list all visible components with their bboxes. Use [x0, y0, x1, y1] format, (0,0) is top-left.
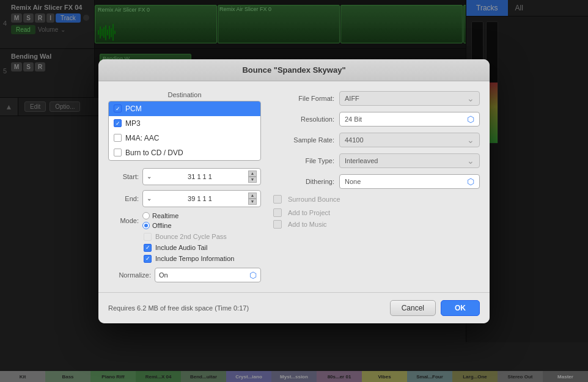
left-section: Destination PCM MP3 M4A: AAC [108, 91, 261, 282]
bounce-2nd-row: Bounce 2nd Cycle Pass [144, 233, 261, 241]
dest-pcm-checkbox[interactable] [114, 105, 122, 112]
file-type-arrow: ⌄ [467, 156, 474, 166]
end-input[interactable]: ⌄ 39 1 1 1 ▲ ▼ [142, 190, 261, 207]
bounce-modal: Bounce "Spandex Skyway" Destination PCM [98, 59, 490, 323]
start-up[interactable]: ▲ [248, 171, 257, 177]
dithering-value: None [345, 178, 361, 185]
file-format-label: File Format: [273, 95, 334, 102]
tempo-info-label: Include Tempo Information [155, 255, 234, 262]
audio-tail-label: Include Audio Tail [155, 244, 207, 251]
file-type-value-box: Interleaved ⌄ [339, 153, 480, 168]
dest-mp3[interactable]: MP3 [109, 116, 260, 131]
end-down[interactable]: ▼ [248, 199, 257, 205]
add-to-music-checkbox[interactable] [273, 220, 282, 229]
resolution-value-box[interactable]: 24 Bit ⬡ [339, 112, 480, 127]
normalize-select[interactable]: On ⬡ [155, 268, 261, 282]
start-value: 31 1 1 1 [188, 173, 212, 180]
start-stepper[interactable]: ▲ ▼ [248, 171, 257, 183]
add-to-music-row: Add to Music [273, 220, 480, 229]
end-value: 39 1 1 1 [188, 195, 212, 202]
mode-offline-radio[interactable] [142, 222, 150, 229]
tempo-info-checkbox[interactable] [144, 255, 152, 263]
sample-rate-value: 44100 [345, 136, 364, 144]
modal-overlay: Bounce "Spandex Skyway" Destination PCM [0, 0, 588, 382]
mode-realtime-label: Realtime [152, 212, 178, 219]
dithering-row: Dithering: None ⬡ [273, 174, 480, 189]
add-to-project-label: Add to Project [288, 209, 330, 216]
bounce-2nd-label: Bounce 2nd Cycle Pass [155, 233, 227, 240]
normalize-row: Normalize: On ⬡ [108, 268, 261, 282]
start-arrow-down: ⌄ [147, 173, 152, 180]
add-to-project-row: Add to Project [273, 208, 480, 217]
modal-title: Bounce "Spandex Skyway" [242, 65, 345, 75]
resolution-value: 24 Bit [345, 116, 362, 123]
sample-rate-value-box: 44100 ⌄ [339, 133, 480, 147]
resolution-arrow: ⬡ [467, 114, 474, 124]
bounce-2nd-checkbox[interactable] [144, 233, 152, 241]
dest-cd-label: Burn to CD / DVD [125, 149, 183, 157]
start-row: Start: ⌄ 31 1 1 1 ▲ ▼ [108, 168, 261, 185]
end-stepper[interactable]: ▲ ▼ [248, 193, 257, 205]
file-format-row: File Format: AIFF ⌄ [273, 91, 480, 106]
normalize-arrow: ⬡ [249, 270, 257, 280]
end-arrow-down: ⌄ [147, 195, 152, 202]
surround-bounce-row: Surround Bounce [273, 195, 480, 204]
end-label: End: [108, 195, 139, 202]
right-section: File Format: AIFF ⌄ Resolution: 24 Bit ⬡ [273, 91, 480, 282]
file-format-value-box: AIFF ⌄ [339, 91, 480, 106]
start-input[interactable]: ⌄ 31 1 1 1 ▲ ▼ [142, 168, 261, 185]
tempo-info-row: Include Tempo Information [144, 255, 261, 263]
dest-m4a-label: M4A: AAC [125, 134, 159, 142]
dithering-value-box[interactable]: None ⬡ [339, 174, 480, 189]
cancel-button[interactable]: Cancel [390, 300, 436, 316]
start-label: Start: [108, 173, 139, 180]
dithering-arrow: ⬡ [467, 177, 474, 186]
footer-info: Requires 6.2 MB of free disk space (Time… [108, 304, 249, 312]
audio-tail-checkbox[interactable] [144, 244, 152, 252]
dithering-label: Dithering: [273, 178, 334, 185]
normalize-label: Normalize: [108, 271, 151, 279]
mode-offline-label: Offline [152, 222, 172, 229]
modal-body: Destination PCM MP3 M4A: AAC [98, 81, 490, 292]
add-to-music-label: Add to Music [288, 221, 327, 228]
mode-row: Mode: Realtime Offline [108, 212, 261, 229]
dest-pcm[interactable]: PCM [109, 101, 260, 116]
mode-options: Realtime Offline [142, 212, 178, 229]
file-type-row: File Type: Interleaved ⌄ [273, 153, 480, 168]
sample-rate-row: Sample Rate: 44100 ⌄ [273, 133, 480, 147]
sample-rate-arrow: ⌄ [467, 135, 474, 145]
mode-realtime-radio[interactable] [142, 212, 150, 219]
dest-mp3-checkbox[interactable] [114, 119, 122, 127]
normalize-value: On [159, 271, 168, 279]
mode-realtime-option[interactable]: Realtime [142, 212, 178, 219]
surround-bounce-label: Surround Bounce [288, 196, 340, 203]
resolution-label: Resolution: [273, 116, 334, 123]
dest-pcm-label: PCM [125, 105, 142, 113]
end-up[interactable]: ▲ [248, 193, 257, 199]
footer-buttons: Cancel OK [390, 300, 480, 316]
dest-mp3-label: MP3 [125, 119, 141, 128]
destination-label: Destination [108, 91, 261, 98]
mode-label: Mode: [108, 217, 139, 224]
modal-titlebar: Bounce "Spandex Skyway" [98, 59, 490, 81]
dest-cd[interactable]: Burn to CD / DVD [109, 145, 260, 160]
destination-list: PCM MP3 M4A: AAC Burn to C [108, 101, 261, 161]
file-type-label: File Type: [273, 157, 334, 164]
start-down[interactable]: ▼ [248, 177, 257, 183]
sample-rate-label: Sample Rate: [273, 136, 334, 144]
modal-footer: Requires 6.2 MB of free disk space (Time… [98, 292, 490, 323]
file-format-arrow: ⌄ [467, 94, 474, 103]
dest-m4a-checkbox[interactable] [114, 134, 122, 142]
dest-m4a[interactable]: M4A: AAC [109, 131, 260, 145]
surround-bounce-checkbox[interactable] [273, 195, 282, 204]
add-to-project-checkbox[interactable] [273, 208, 282, 217]
file-type-value: Interleaved [345, 157, 378, 164]
dest-cd-checkbox[interactable] [114, 149, 122, 156]
ok-button[interactable]: OK [441, 300, 480, 316]
file-format-value: AIFF [345, 95, 359, 102]
audio-tail-row: Include Audio Tail [144, 244, 261, 252]
resolution-row: Resolution: 24 Bit ⬡ [273, 112, 480, 127]
end-row: End: ⌄ 39 1 1 1 ▲ ▼ [108, 190, 261, 207]
mode-offline-option[interactable]: Offline [142, 222, 178, 229]
